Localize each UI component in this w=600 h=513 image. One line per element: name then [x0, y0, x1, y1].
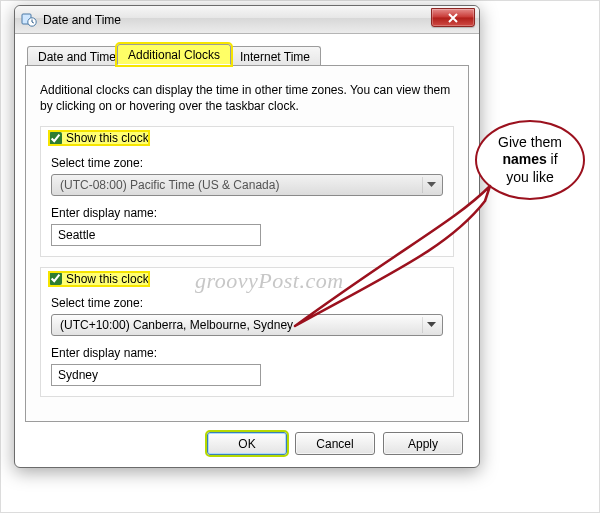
tabstrip: Date and Time Additional Clocks Internet…	[25, 44, 469, 66]
show-clock-1-checkbox[interactable]: Show this clock	[49, 131, 149, 145]
callout-text-strong: names	[502, 151, 546, 167]
clock-2-timezone-select[interactable]: (UTC+10:00) Canberra, Melbourne, Sydney	[51, 314, 443, 336]
close-icon	[447, 13, 459, 23]
clock-1-name-input[interactable]	[51, 224, 261, 246]
tab-content: Additional clocks can display the time i…	[25, 66, 469, 422]
show-clock-2-checkbox[interactable]: Show this clock	[49, 272, 149, 286]
clock-icon	[21, 12, 37, 28]
clock-2-group: Show this clock Select time zone: (UTC+1…	[40, 267, 454, 398]
window-title: Date and Time	[43, 13, 121, 27]
tab-date-and-time[interactable]: Date and Time	[27, 46, 127, 65]
dialog-buttons: OK Cancel Apply	[25, 422, 469, 455]
chevron-down-icon	[422, 317, 440, 333]
titlebar[interactable]: Date and Time	[15, 6, 479, 34]
tab-label: Additional Clocks	[128, 48, 220, 62]
clock-1-timezone-select[interactable]: (UTC-08:00) Pacific Time (US & Canada)	[51, 174, 443, 196]
chevron-down-icon	[422, 177, 440, 193]
tab-label: Date and Time	[38, 50, 116, 64]
show-clock-2-input[interactable]	[49, 272, 62, 285]
ok-button[interactable]: OK	[207, 432, 287, 455]
date-time-dialog: Date and Time Date and Time Additional C…	[14, 5, 480, 468]
callout-text: Give them	[498, 134, 562, 150]
combo-value: (UTC+10:00) Canberra, Melbourne, Sydney	[60, 318, 293, 332]
clock-2-name-label: Enter display name:	[51, 346, 443, 360]
tab-label: Internet Time	[240, 50, 310, 64]
clock-1-group: Show this clock Select time zone: (UTC-0…	[40, 126, 454, 257]
apply-button[interactable]: Apply	[383, 432, 463, 455]
clock-1-name-label: Enter display name:	[51, 206, 443, 220]
checkbox-label: Show this clock	[66, 131, 149, 145]
callout-bubble: Give them names if you like	[475, 120, 585, 200]
clock-1-tz-label: Select time zone:	[51, 156, 443, 170]
callout-text: if	[547, 151, 558, 167]
combo-value: (UTC-08:00) Pacific Time (US & Canada)	[60, 178, 279, 192]
intro-text: Additional clocks can display the time i…	[40, 82, 454, 114]
cancel-button[interactable]: Cancel	[295, 432, 375, 455]
callout-text: you like	[506, 169, 553, 185]
tab-additional-clocks[interactable]: Additional Clocks	[117, 44, 231, 65]
clock-2-tz-label: Select time zone:	[51, 296, 443, 310]
checkbox-label: Show this clock	[66, 272, 149, 286]
show-clock-1-input[interactable]	[49, 132, 62, 145]
close-button[interactable]	[431, 8, 475, 27]
tab-internet-time[interactable]: Internet Time	[229, 46, 321, 65]
annotation-callout: Give them names if you like	[475, 120, 593, 200]
clock-2-name-input[interactable]	[51, 364, 261, 386]
